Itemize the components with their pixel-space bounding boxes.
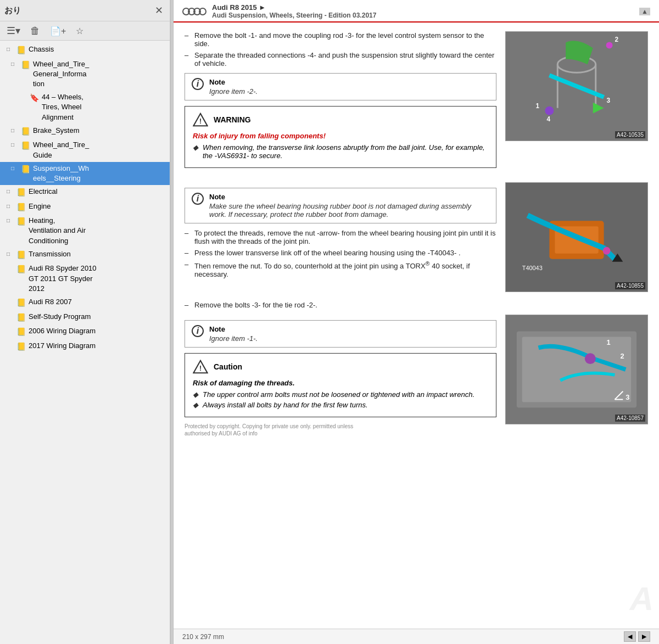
caution-box: ! Caution Risk of damaging the threads. … (185, 353, 496, 417)
note-label-2: Note (209, 193, 489, 201)
note-label-1: Note (209, 78, 258, 86)
note-text-2: Make sure the wheel bearing housing rubb… (209, 202, 489, 219)
book-icon: 📒 (16, 187, 26, 198)
menu-button[interactable]: ☰▾ (4, 24, 23, 38)
caution-bullet-1: ◆ (193, 390, 198, 399)
note-label-3: Note (209, 325, 258, 333)
tree-item-self-study[interactable]: · 📒 Self-Study Program (0, 310, 170, 325)
instruction-text-1: Remove the bolt -1- and move the couplin… (194, 31, 496, 48)
expand-icon: □ (7, 203, 13, 210)
close-icon[interactable]: ✕ (153, 3, 165, 18)
tree-item-chassis[interactable]: □ 📒 Chassis (0, 43, 170, 58)
tree-label: Audi R8 2007 (29, 297, 165, 307)
section-1: – Remove the bolt -1- and move the coupl… (185, 31, 648, 173)
book-icon: 📒 (20, 164, 30, 175)
book-icon: 📒 (16, 45, 26, 56)
tree-item-wiring-2006[interactable]: · 📒 2006 Wiring Diagram (0, 324, 170, 339)
note-content-2: Note Make sure the wheel bearing housing… (209, 193, 489, 219)
expand-icon: □ (11, 165, 18, 172)
tree-item-44-wheels[interactable]: · 🔖 44 – Wheels,Tires, WheelAlignment (0, 91, 170, 124)
svg-text:2: 2 (620, 352, 624, 360)
page-size-text: 210 x 297 mm (182, 633, 224, 641)
scroll-left-button[interactable]: ◀ (624, 631, 636, 642)
doc-subtitle-brand: Audi (212, 12, 228, 19)
bullet-1: – (185, 31, 190, 40)
doc-subtitle-text: Suspension, Wheels, Steering - Edition 0… (228, 12, 376, 19)
instruction-text-4: Press the lower transverse link off of t… (194, 249, 461, 257)
warning-point-text-1: When removing, the transverse link loose… (203, 143, 488, 160)
doc-title-area: Audi R8 2015 ► Audi Suspension, Wheels, … (212, 3, 376, 19)
scroll-top-btn[interactable]: ▲ (639, 8, 650, 15)
delete-button[interactable]: 🗑 (28, 24, 42, 38)
note-content-3: Note Ignore item -1-. (209, 325, 258, 343)
svg-text:1: 1 (607, 338, 611, 346)
tree-item-wheel-tire-guide[interactable]: □ 📒 Wheel_and_Tire_Guide (0, 138, 170, 161)
instruction-4: – Press the lower transverse link off of… (185, 249, 496, 257)
doc-footer: 210 x 297 mm ◀ ▶ (174, 629, 659, 644)
bookmark-icon: 🔖 (29, 93, 39, 104)
note-icon-2: i (192, 193, 204, 205)
book-icon: 📒 (16, 216, 26, 227)
warning-point-1: ◆ When removing, the transverse link loo… (193, 143, 488, 160)
svg-text:!: ! (199, 365, 202, 372)
new-document-button[interactable]: 📄+ (48, 25, 68, 37)
expand-icon: · (7, 327, 13, 335)
tree-label: Brake_System (33, 126, 165, 136)
tree-label: Transmission (29, 249, 165, 259)
left-panel: おり ✕ ☰▾ 🗑 📄+ ☆ □ 📒 Chassis □ 📒 Wheel_and… (0, 0, 170, 644)
tree-label: Self-Study Program (29, 312, 165, 322)
tree-item-suspension[interactable]: □ 📒 Suspension__Wheels__Steering (0, 162, 170, 185)
scroll-right-button[interactable]: ▶ (638, 631, 650, 642)
diagram-3: 1 2 3 A42-10857 (505, 315, 648, 424)
bullet-5: – (185, 260, 190, 268)
footer-scroll: ◀ ▶ (624, 631, 650, 642)
caution-header: ! Caution (193, 359, 488, 374)
audi-logo (182, 8, 206, 15)
tree-container: □ 📒 Chassis □ 📒 Wheel_and_Tire_General_I… (0, 41, 170, 644)
instruction-text-6: Remove the bolts -3- for the tie rod -2-… (194, 301, 317, 309)
book-icon: 📒 (16, 298, 26, 309)
expand-icon: □ (11, 60, 18, 68)
tree-item-electrical[interactable]: □ 📒 Electrical (0, 185, 170, 200)
tree-label: Engine (29, 201, 165, 211)
tree-label: 2017 Wiring Diagram (29, 341, 165, 351)
tree-label: Audi R8 Spyder 2010GT 2011 GT Spyder2012 (29, 264, 165, 294)
diagram-3-svg: 1 2 3 (506, 315, 647, 424)
tree-item-transmission[interactable]: □ 📒 Transmission (0, 248, 170, 262)
scroll-up-button[interactable]: ▲ (639, 8, 650, 15)
book-icon: 📒 (16, 327, 26, 338)
warning-bullet: ◆ (193, 143, 198, 152)
instructions-block-1: – Remove the bolt -1- and move the coupl… (185, 31, 496, 68)
tree-item-heating[interactable]: □ 📒 Heating,Ventilation and AirCondition… (0, 214, 170, 248)
warning-header: ! WARNING (193, 112, 488, 127)
note-content-1: Note Ignore item -2-. (209, 78, 258, 96)
tree-item-wheel-tire-general[interactable]: □ 📒 Wheel_and_Tire_General_Information (0, 58, 170, 91)
tree-label: 2006 Wiring Diagram (29, 326, 165, 336)
caution-point-text-1: The upper control arm bolts must not be … (203, 390, 474, 399)
bookmark-button[interactable]: ☆ (74, 25, 86, 37)
content-right-2: T40043 A42-10855 (505, 182, 648, 292)
svg-text:2: 2 (615, 36, 618, 43)
tree-item-engine[interactable]: □ 📒 Engine (0, 200, 170, 215)
svg-point-23 (585, 353, 596, 364)
tree-label: 44 – Wheels,Tires, WheelAlignment (42, 92, 165, 122)
instruction-text-3: To protect the threads, remove the nut -… (194, 229, 496, 245)
tree-item-audi-r8-2007[interactable]: · 📒 Audi R8 2007 (0, 295, 170, 310)
book-icon: 📒 (16, 264, 26, 275)
diagram-1: 2 3 1 4 A42-10535 (505, 31, 648, 141)
diagram-2: T40043 A42-10855 (505, 182, 648, 292)
tree-item-audi-r8-spyder[interactable]: · 📒 Audi R8 Spyder 2010GT 2011 GT Spyder… (0, 262, 170, 295)
caution-risk: Risk of damaging the threads. (193, 379, 488, 387)
section-3: i Note Ignore item -1-. ! Caution Ris (185, 315, 648, 437)
instruction-5: – Then remove the nut. To do so, counter… (185, 260, 496, 278)
tree-item-brake-system[interactable]: □ 📒 Brake_System (0, 124, 170, 139)
audi-rings (182, 8, 206, 15)
tree-item-wiring-2017[interactable]: · 📒 2017 Wiring Diagram (0, 339, 170, 354)
note-box-3: i Note Ignore item -1-. (185, 320, 496, 348)
note-icon-1: i (192, 78, 204, 90)
doc-model: Audi R8 2015 ► (212, 3, 376, 12)
caution-label: Caution (214, 362, 242, 371)
protected-text-content: Protected by copyright. Copying for priv… (185, 423, 353, 436)
expand-icon: · (20, 93, 26, 101)
content-left-2: i Note Make sure the wheel bearing housi… (185, 182, 496, 292)
